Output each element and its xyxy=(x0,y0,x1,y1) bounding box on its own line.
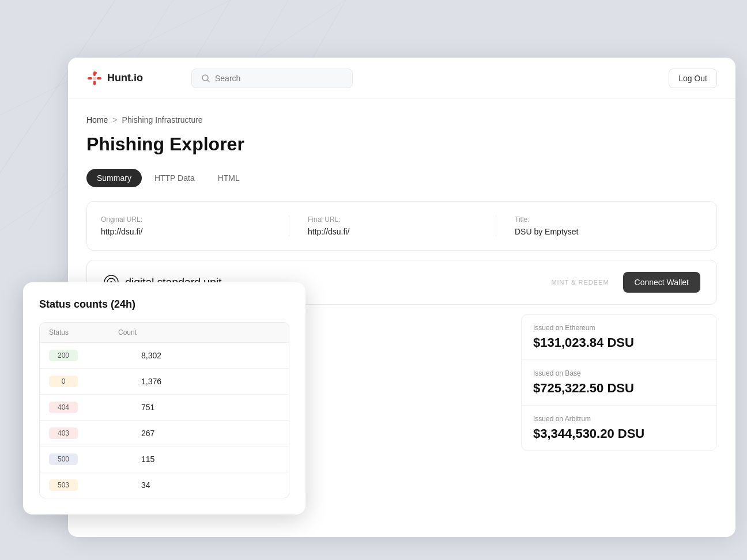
status-badge-col: 403 xyxy=(49,427,118,439)
status-badge: 404 xyxy=(49,402,78,413)
status-badge: 0 xyxy=(49,376,78,387)
breadcrumb-separator: > xyxy=(112,115,117,124)
status-badge-col: 200 xyxy=(49,350,118,361)
status-badge: 503 xyxy=(49,479,78,491)
header: Hunt.io Log Out xyxy=(68,58,735,99)
table-row: 404 751 xyxy=(40,395,289,421)
final-url-field: Final URL: http://dsu.fi/ xyxy=(308,215,496,236)
tab-http-data[interactable]: HTTP Data xyxy=(144,169,205,187)
status-badge-col: 404 xyxy=(49,402,118,413)
logout-button[interactable]: Log Out xyxy=(669,69,717,88)
status-badge: 403 xyxy=(49,427,78,439)
tab-html[interactable]: HTML xyxy=(207,169,250,187)
tabs-container: Summary HTTP Data HTML xyxy=(86,169,717,187)
col-count-header: Count xyxy=(118,328,137,336)
title-label: Title: xyxy=(515,215,684,224)
issued-ethereum-label: Issued on Ethereum xyxy=(533,324,705,332)
status-table-header: Status Count xyxy=(40,323,289,343)
svg-rect-10 xyxy=(97,77,101,80)
status-count: 8,302 xyxy=(141,351,161,360)
breadcrumb-current: Phishing Infrastructure xyxy=(122,115,203,124)
status-badge: 200 xyxy=(49,350,78,361)
logo: Hunt.io xyxy=(86,70,143,86)
svg-rect-8 xyxy=(93,81,96,85)
issued-panel: Issued on Ethereum $131,023.84 DSU Issue… xyxy=(521,314,717,451)
final-url-value: http://dsu.fi/ xyxy=(308,227,477,236)
info-card: Original URL: http://dsu.fi/ Final URL: … xyxy=(86,201,717,251)
status-counts-popup: Status counts (24h) Status Count 200 8,3… xyxy=(23,282,305,514)
status-badge: 500 xyxy=(49,453,78,465)
search-bar[interactable] xyxy=(191,69,353,88)
svg-rect-9 xyxy=(88,77,92,80)
issued-base-value: $725,322.50 DSU xyxy=(533,381,705,396)
status-count: 1,376 xyxy=(141,377,161,386)
issued-base-label: Issued on Base xyxy=(533,369,705,377)
issued-ethereum-value: $131,023.84 DSU xyxy=(533,335,705,350)
table-row: 403 267 xyxy=(40,421,289,447)
breadcrumb: Home > Phishing Infrastructure xyxy=(86,115,717,124)
issued-arbitrum-label: Issued on Arbitrum xyxy=(533,415,705,423)
status-count: 267 xyxy=(141,429,154,438)
original-url-value: http://dsu.fi/ xyxy=(101,227,270,236)
status-count: 34 xyxy=(141,480,150,490)
status-count: 115 xyxy=(141,455,154,464)
status-badge-col: 503 xyxy=(49,479,118,491)
table-row: 0 1,376 xyxy=(40,369,289,395)
status-table: Status Count 200 8,302 0 1,376 404 751 4… xyxy=(39,322,289,498)
status-counts-title: Status counts (24h) xyxy=(39,298,289,311)
title-value: DSU by Emptyset xyxy=(515,227,684,236)
col-status-header: Status xyxy=(49,328,118,336)
original-url-field: Original URL: http://dsu.fi/ xyxy=(101,215,289,236)
search-input[interactable] xyxy=(215,74,343,83)
connect-wallet-button[interactable]: Connect Wallet xyxy=(623,272,700,293)
original-url-label: Original URL: xyxy=(101,215,270,224)
tab-summary[interactable]: Summary xyxy=(86,169,142,187)
status-badge-col: 500 xyxy=(49,453,118,465)
final-url-label: Final URL: xyxy=(308,215,477,224)
issued-base: Issued on Base $725,322.50 DSU xyxy=(522,360,716,406)
table-row: 500 115 xyxy=(40,447,289,472)
breadcrumb-home[interactable]: Home xyxy=(86,115,108,124)
title-field: Title: DSU by Emptyset xyxy=(515,215,703,236)
issued-ethereum: Issued on Ethereum $131,023.84 DSU xyxy=(522,315,716,360)
logo-icon xyxy=(86,70,103,86)
svg-point-12 xyxy=(93,77,96,80)
status-count: 751 xyxy=(141,403,154,412)
table-row: 200 8,302 xyxy=(40,343,289,369)
page-title: Phishing Explorer xyxy=(86,134,717,155)
table-row: 503 34 xyxy=(40,472,289,498)
issued-arbitrum: Issued on Arbitrum $3,344,530.20 DSU xyxy=(522,406,716,451)
preview-right: MINT & REDEEM Connect Wallet xyxy=(551,272,700,293)
mint-redeem-label: MINT & REDEEM xyxy=(551,279,609,286)
svg-line-14 xyxy=(207,80,209,82)
logo-text: Hunt.io xyxy=(107,72,143,84)
search-icon xyxy=(201,74,210,83)
issued-arbitrum-value: $3,344,530.20 DSU xyxy=(533,426,705,441)
status-badge-col: 0 xyxy=(49,376,118,387)
